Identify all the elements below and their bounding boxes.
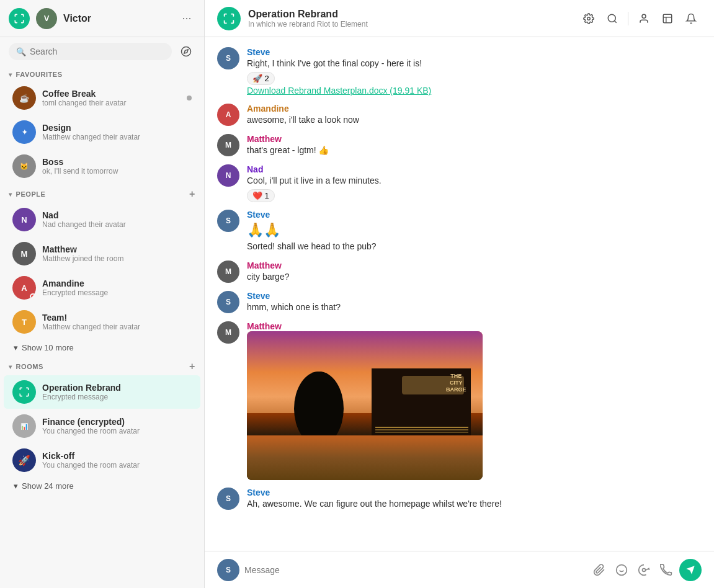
- msg-content-steve-2: Steve 🙏🙏 Sorted! shall we head to the pu…: [247, 210, 702, 253]
- sidebar-item-boss[interactable]: 🐱 Boss ok, I'll send it tomorrow: [4, 149, 200, 183]
- msg-sender-matthew-1: Matthew: [247, 134, 702, 144]
- call-button[interactable]: [657, 561, 676, 579]
- msg-reaction-nad[interactable]: ❤️ 1: [247, 189, 275, 202]
- search-input-wrap[interactable]: 🔍: [9, 43, 172, 60]
- sidebar-more-button[interactable]: ···: [178, 10, 195, 27]
- sidebar-item-coffee-break[interactable]: ☕ Coffee Break toml changed their avatar: [4, 81, 200, 115]
- chat-room-avatar: [217, 7, 241, 30]
- coffee-break-badge: [187, 96, 192, 100]
- rooms-show-more[interactable]: ▾ Show 24 more: [0, 478, 204, 494]
- search-button[interactable]: [602, 8, 623, 29]
- msg-sender-steve-2: Steve: [247, 210, 702, 220]
- rooms-chevron[interactable]: ▾: [9, 363, 12, 370]
- rooms-list: Operation Rebrand Encrypted message 📊 Fi…: [0, 375, 204, 477]
- nad-info: Nad Nad changed their avatar: [42, 210, 192, 229]
- sidebar-item-team[interactable]: T Team! Matthew changed their avatar: [4, 305, 200, 339]
- people-chevron[interactable]: ▾: [9, 191, 12, 198]
- favourites-chevron[interactable]: ▾: [9, 71, 12, 78]
- finance-avatar: 📊: [12, 414, 36, 438]
- msg-sender-steve-1: Steve: [247, 47, 702, 57]
- matthew-avatar-msg-3: M: [217, 321, 239, 344]
- profile-button[interactable]: [633, 8, 654, 29]
- design-avatar: ✦: [12, 120, 36, 144]
- settings-button[interactable]: [578, 8, 599, 29]
- amandine-info: Amandine Encrypted message: [42, 278, 192, 297]
- msg-content-steve-1: Steve Right, I think I've got the final …: [247, 47, 702, 96]
- explore-button[interactable]: [177, 42, 195, 61]
- design-info: Design Matthew changed their avatar: [42, 123, 192, 141]
- msg-sender-matthew-3: Matthew: [247, 321, 702, 331]
- favourites-list: ☕ Coffee Break toml changed their avatar…: [0, 81, 204, 183]
- rooms-show-more-chevron: ▾: [14, 481, 18, 491]
- rooms-add-button[interactable]: +: [189, 361, 195, 372]
- amandine-avatar-msg: A: [217, 104, 239, 126]
- message-matthew-3: M Matthew THECITYBARGE: [217, 319, 702, 483]
- msg-content-steve-3: Steve hmm, which one is that?: [247, 291, 702, 314]
- message-steve-2: S Steve 🙏🙏 Sorted! shall we head to the …: [217, 207, 702, 256]
- download-link[interactable]: Download Rebrand Masterplan.docx (19.91 …: [247, 86, 431, 96]
- message-steve-4: S Steve Ah, awesome. We can figure out t…: [217, 485, 702, 513]
- sidebar-item-design[interactable]: ✦ Design Matthew changed their avatar: [4, 115, 200, 149]
- mention-button[interactable]: [635, 561, 653, 579]
- svg-point-4: [642, 14, 646, 18]
- steve-avatar-2: S: [217, 210, 239, 232]
- steve-avatar-3: S: [217, 291, 239, 313]
- chat-header: Operation Rebrand In which we rebrand Ri…: [205, 0, 714, 37]
- message-matthew-2: M Matthew city barge?: [217, 258, 702, 286]
- people-show-more[interactable]: ▾ Show 10 more: [0, 339, 204, 356]
- coffee-break-avatar: ☕: [12, 86, 36, 110]
- sidebar-item-nad[interactable]: N Nad Nad changed their avatar: [4, 203, 200, 236]
- sidebar-item-amandine[interactable]: A Amandine Encrypted message: [4, 271, 200, 305]
- user-avatar[interactable]: V: [36, 8, 57, 29]
- chat-messages: S Steve Right, I think I've got the fina…: [205, 37, 714, 551]
- sidebar-item-matthew[interactable]: M Matthew Matthew joined the room: [4, 237, 200, 270]
- nad-name: Nad: [42, 210, 192, 220]
- notifications-button[interactable]: [681, 8, 702, 29]
- favourites-label: Favourites: [16, 71, 63, 78]
- svg-marker-1: [184, 50, 188, 53]
- msg-content-matthew-2: Matthew city barge?: [247, 261, 702, 283]
- people-show-more-label: Show 10 more: [22, 343, 74, 352]
- rooms-label: Rooms: [16, 363, 43, 370]
- steve-avatar-4: S: [217, 488, 239, 510]
- files-button[interactable]: [657, 8, 678, 29]
- team-name: Team!: [42, 313, 192, 323]
- search-input[interactable]: [30, 47, 164, 56]
- sidebar-item-operation-rebrand[interactable]: Operation Rebrand Encrypted message: [4, 375, 200, 409]
- kickoff-info: Kick-off You changed the room avatar: [42, 451, 192, 470]
- sidebar-item-finance[interactable]: 📊 Finance (encrypted) You changed the ro…: [4, 409, 200, 443]
- people-list: N Nad Nad changed their avatar M Matthew…: [0, 203, 204, 339]
- msg-text-matthew-2: city barge?: [247, 270, 702, 283]
- emoji-button[interactable]: [612, 561, 631, 579]
- city-barge-image[interactable]: THECITYBARGE: [247, 331, 483, 480]
- search-bar: 🔍: [0, 37, 204, 66]
- coffee-break-preview: toml changed their avatar: [42, 99, 181, 107]
- people-label: People: [16, 190, 46, 198]
- attachment-button[interactable]: [590, 561, 609, 579]
- team-preview: Matthew changed their avatar: [42, 323, 192, 331]
- chat-room-info: Operation Rebrand In which we rebrand Ri…: [248, 9, 571, 29]
- send-button[interactable]: [679, 559, 702, 581]
- app-logo: [9, 8, 30, 29]
- header-divider: [628, 12, 628, 25]
- matthew-avatar: M: [12, 242, 36, 265]
- matthew-avatar-msg-1: M: [217, 134, 239, 156]
- operation-rebrand-info: Operation Rebrand Encrypted message: [42, 383, 192, 401]
- chat-input-icons: [590, 559, 702, 581]
- people-add-button[interactable]: +: [189, 189, 195, 200]
- amandine-avatar: A: [12, 276, 36, 300]
- msg-reaction-steve-1[interactable]: 🚀 2: [247, 72, 275, 85]
- message-amandine-1: A Amandine awesome, i'll take a look now: [217, 101, 702, 129]
- message-steve-1: S Steve Right, I think I've got the fina…: [217, 45, 702, 99]
- header-icons: [578, 8, 702, 29]
- msg-sender-steve-3: Steve: [247, 291, 702, 301]
- rooms-section-header: ▾ Rooms +: [0, 356, 204, 375]
- msg-emoji-steve-2: 🙏🙏: [247, 220, 702, 240]
- sidebar-item-kickoff[interactable]: 🚀 Kick-off You changed the room avatar: [4, 443, 200, 477]
- svg-point-6: [617, 564, 627, 575]
- msg-content-matthew-1: Matthew that's great - lgtm! 👍: [247, 134, 702, 157]
- coffee-break-info: Coffee Break toml changed their avatar: [42, 89, 181, 107]
- kickoff-name: Kick-off: [42, 451, 192, 461]
- nad-online-dot: [32, 208, 36, 212]
- message-input[interactable]: [244, 565, 585, 575]
